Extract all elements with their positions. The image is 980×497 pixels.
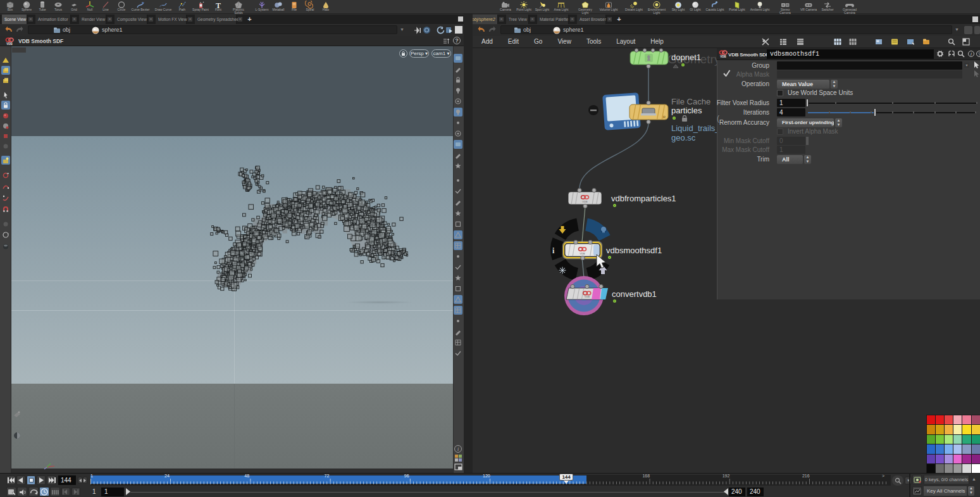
svg-text:R: R	[663, 115, 666, 119]
svg-text:VDB: VDB	[585, 295, 590, 298]
svg-text:VDB: VDB	[720, 55, 726, 58]
svg-text:VDB: VDB	[580, 252, 585, 255]
svg-text:VDB: VDB	[582, 200, 588, 203]
